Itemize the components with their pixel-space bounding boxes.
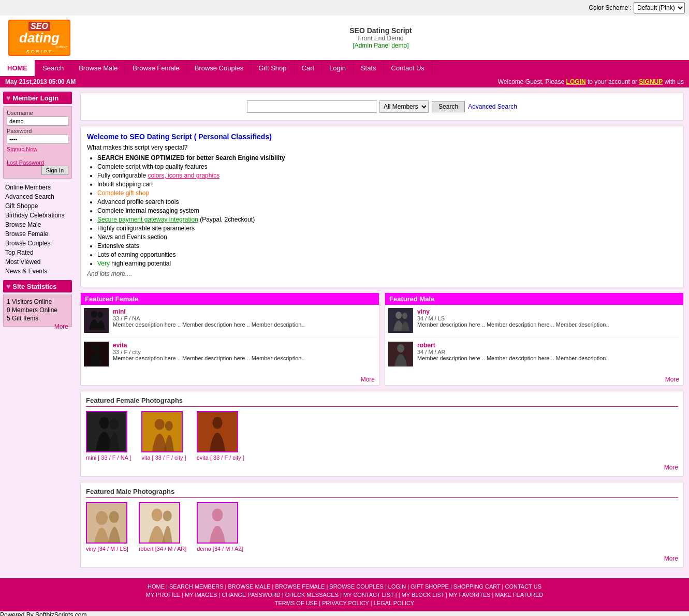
footer-images[interactable]: MY IMAGES <box>185 592 217 598</box>
footer-block-list[interactable]: MY BLOCK LIST <box>402 592 445 598</box>
female-more-link[interactable]: More <box>361 376 375 383</box>
password-input[interactable] <box>7 135 68 144</box>
nav-home[interactable]: HOME <box>0 60 35 76</box>
female-photo-label-3: evita [ 33 / F / city ] <box>197 454 244 461</box>
feature-13: Very high earning potential <box>97 260 677 267</box>
top-bar: Color Scheme : Default (Pink) Blue Green <box>0 0 689 16</box>
feature-8: Secure payment gateway integration (Payp… <box>97 216 677 223</box>
payment-link[interactable]: Secure payment gateway integration <box>97 216 198 223</box>
male-photos-title: Featured Male Photographs <box>86 488 678 498</box>
footer-favorites[interactable]: MY FAVORITES <box>449 592 490 598</box>
sidebar-browse-couples[interactable]: Browse Couples <box>3 239 72 248</box>
nav-browse-couples[interactable]: Browse Couples <box>187 60 252 76</box>
nav-contact[interactable]: Contact Us <box>384 60 432 76</box>
featured-female-header: Featured Female <box>81 293 379 305</box>
footer-gift-shoppe[interactable]: GIFT SHOPPE <box>411 583 449 590</box>
advanced-search-link[interactable]: Advanced Search <box>468 103 517 110</box>
robert-desc: Member description here .. Member descri… <box>417 355 609 361</box>
footer-make-featured[interactable]: MAKE FEATURED <box>495 592 544 598</box>
male-more-link[interactable]: More <box>665 376 679 383</box>
signin-button[interactable]: Sign In <box>41 166 68 175</box>
sidebar-birthday[interactable]: Birthday Celebrations <box>3 211 72 220</box>
main-content: All Members Male Female Couples Search A… <box>75 87 689 578</box>
stats-more-link[interactable]: More <box>54 323 68 330</box>
male-member-robert: robert 34 / M / AR Member description he… <box>388 342 680 371</box>
featured-male-body: viny 34 / M / LS Member description here… <box>385 305 683 374</box>
nav-stats[interactable]: Stats <box>354 60 384 76</box>
footer-contact-list[interactable]: MY CONTACT LIST <box>343 592 394 598</box>
evita-desc: Member description here .. Member descri… <box>113 355 305 361</box>
features-list: SEARCH ENGINE OPTIMIZED for better Searc… <box>87 154 677 267</box>
footer-profile[interactable]: MY PROFILE <box>146 592 180 598</box>
sidebar-browse-male[interactable]: Browse Male <box>3 220 72 229</box>
admin-link[interactable]: [Admin Panel demo] <box>353 42 408 49</box>
sidebar-online-members[interactable]: Online Members <box>3 183 72 192</box>
logo-dating: dating <box>19 31 60 45</box>
nav-search[interactable]: Search <box>35 60 71 76</box>
username-input[interactable] <box>7 116 68 126</box>
footer-browse-male[interactable]: BROWSE MALE <box>228 583 271 590</box>
footer-change-password[interactable]: CHANGE PASSWORD <box>222 592 280 598</box>
search-button[interactable]: Search <box>432 101 465 112</box>
mini-details: 33 / F / NA <box>113 315 305 321</box>
female-photo-2: vita [ 33 / F / city ] <box>141 411 186 461</box>
female-photos-more-link[interactable]: More <box>664 464 678 471</box>
colors-link[interactable]: colors, icons and graphics <box>148 172 219 179</box>
featured-male-photos: Featured Male Photographs viny [34 / M /… <box>80 482 684 568</box>
male-photos-more-link[interactable]: More <box>664 555 678 562</box>
color-scheme-select[interactable]: Default (Pink) Blue Green <box>634 2 685 13</box>
search-type-select[interactable]: All Members Male Female Couples <box>379 100 429 113</box>
nav-cart[interactable]: Cart <box>295 60 322 76</box>
footer-browse-couples[interactable]: BROWSE COUPLES <box>329 583 384 590</box>
username-label: Username <box>7 110 68 116</box>
lost-password-link[interactable]: Lost Password <box>7 159 68 166</box>
logo-seo: SEO <box>28 22 50 31</box>
viny-desc: Member description here .. Member descri… <box>417 321 609 328</box>
sidebar-browse-female[interactable]: Browse Female <box>3 229 72 239</box>
sidebar-gift-shoppe[interactable]: Gift Shoppe <box>3 201 72 211</box>
gifts-count: 5 Gift Items <box>7 315 68 322</box>
footer-check-messages[interactable]: CHECK MESSAGES <box>285 592 339 598</box>
search-input[interactable] <box>247 100 376 113</box>
footer-home[interactable]: HOME <box>148 583 165 590</box>
nav-browse-male[interactable]: Browse Male <box>71 60 125 76</box>
evita-details: 33 / F / city <box>113 349 305 355</box>
footer-search-members[interactable]: SEARCH MEMBERS <box>169 583 224 590</box>
svg-point-23 <box>163 510 172 521</box>
footer-shopping-cart[interactable]: SHOPPING CART <box>453 583 501 590</box>
female-photos-more: More <box>86 464 678 471</box>
nav-browse-female[interactable]: Browse Female <box>125 60 187 76</box>
sidebar-links: Online Members Advanced Search Gift Shop… <box>3 183 72 276</box>
sidebar-advanced-search[interactable]: Advanced Search <box>3 192 72 201</box>
male-photo-label-2: robert [34 / M / AR] <box>139 546 186 552</box>
signup-now-link[interactable]: Signup Now <box>7 146 68 152</box>
feature-12: Lots of earning opportunities <box>97 251 677 258</box>
footer-terms[interactable]: TERMS OF USE <box>275 600 318 606</box>
sidebar-news-events[interactable]: News & Events <box>3 267 72 276</box>
male-photo-thumb-3 <box>197 502 238 544</box>
svg-point-22 <box>152 508 163 521</box>
footer-login[interactable]: LOGIN <box>388 583 406 590</box>
featured-male-header: Featured Male <box>385 293 683 305</box>
svg-point-19 <box>96 511 108 525</box>
footer-privacy[interactable]: PRIVACY POLICY <box>322 600 369 606</box>
featured-female-body: mini 33 / F / NA Member description here… <box>81 305 379 374</box>
evita-thumb <box>84 342 109 366</box>
male-photo-thumb-1 <box>86 502 127 544</box>
mini-info: mini 33 / F / NA Member description here… <box>113 308 305 328</box>
signup-link[interactable]: SIGNUP <box>639 78 663 85</box>
nav-login[interactable]: Login <box>322 60 354 76</box>
password-label: Password <box>7 128 68 134</box>
footer-contact-us[interactable]: CONTACT US <box>505 583 541 590</box>
sidebar-top-rated[interactable]: Top Rated <box>3 248 72 257</box>
footer-browse-female[interactable]: BROWSE FEMALE <box>275 583 325 590</box>
nav-gift-shop[interactable]: Gift Shop <box>251 60 294 76</box>
members-count: 0 Members Online <box>7 306 68 314</box>
female-more: More <box>81 374 379 385</box>
login-link[interactable]: LOGIN <box>566 78 586 85</box>
sidebar-most-viewed[interactable]: Most Viewed <box>3 257 72 267</box>
robert-name: robert <box>417 342 609 349</box>
welcome-message: Welcome Guest, Please LOGIN to your acco… <box>498 78 684 85</box>
footer-legal[interactable]: LEGAL POLICY <box>374 600 414 606</box>
powered-by: Powered By SoftbizScripts.com <box>0 611 689 616</box>
